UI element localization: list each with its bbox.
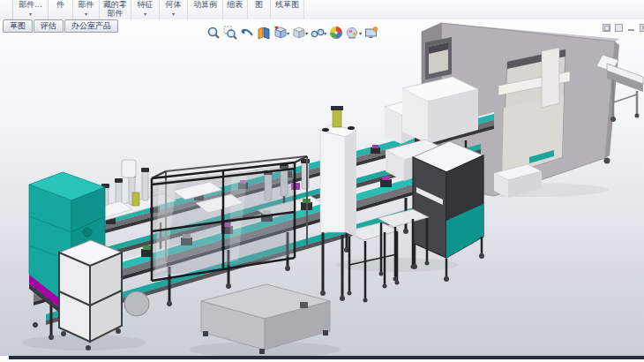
tab-office-products[interactable]: 办公室产品: [64, 19, 118, 33]
dropdown-arrow-icon: ▾: [144, 11, 146, 17]
ribbon-item-label: 何体: [166, 0, 182, 9]
zoom-to-fit-button[interactable]: ▾: [206, 25, 221, 41]
doc-grid-icon[interactable]: [615, 24, 623, 32]
zoom-to-area-button[interactable]: ▾: [222, 25, 237, 41]
ribbon-item-label: 部件...: [19, 0, 42, 9]
section-view-icon: [256, 25, 271, 41]
ribbon-item-assembly-features[interactable]: 特征 ▾: [131, 0, 160, 19]
ribbon-item-bill-of-materials[interactable]: 细表 ▾: [223, 0, 248, 19]
command-manager-ribbon: 部件... ▾ 件 ▾ 部件 ▾ 藏的零 部件 ▾ 特征 ▾ 何体 ▾ 动算例 …: [0, 0, 644, 20]
ribbon-item-label: 件: [56, 0, 64, 9]
safety-cage[interactable]: [152, 156, 307, 281]
document-window-controls: ×: [603, 24, 644, 32]
zoom-to-area-icon: [222, 25, 237, 41]
ribbon-item-explode-line-sketch[interactable]: 线草图 ▾: [271, 0, 304, 19]
hide-show-items-icon: [310, 25, 325, 41]
ribbon-item-label: 动算例: [193, 0, 217, 9]
ribbon-item-label: 图: [255, 0, 263, 9]
ribbon-item-label: 藏的零 部件: [103, 0, 127, 18]
view-orientation-button[interactable]: ▾: [273, 25, 289, 41]
app-window: 部件... ▾ 件 ▾ 部件 ▾ 藏的零 部件 ▾ 特征 ▾ 何体 ▾ 动算例 …: [0, 0, 644, 362]
display-style-icon: [291, 25, 306, 41]
command-manager-tabbar: 草图 评估 办公室产品: [3, 19, 118, 33]
ribbon-item-clipped: [0, 0, 13, 19]
ribbon-item-label: 细表: [228, 0, 243, 9]
ribbon-item-reference-geometry[interactable]: 何体 ▾: [160, 0, 188, 19]
assembly-3d-model[interactable]: [0, 19, 644, 356]
doc-close-icon[interactable]: ×: [640, 24, 644, 32]
ribbon-item-label: 线草图: [275, 0, 299, 9]
view-settings-button[interactable]: ▾: [363, 25, 378, 41]
ribbon-item-show-hidden-components[interactable]: 藏的零 部件 ▾: [100, 0, 131, 19]
white-column-station[interactable]: [320, 106, 356, 301]
section-view-button[interactable]: ▾: [256, 25, 271, 41]
hide-show-items-button[interactable]: ▾: [310, 25, 326, 41]
ribbon-item-insert-component[interactable]: 件 ▾: [49, 0, 73, 19]
ribbon-item-label: 特征: [138, 0, 154, 9]
doc-restore-icon[interactable]: [603, 24, 610, 32]
previous-view-button[interactable]: ▾: [239, 25, 254, 41]
zoom-to-fit-icon: [206, 25, 221, 41]
previous-view-icon: [239, 25, 254, 41]
tab-sketch[interactable]: 草图: [3, 19, 33, 33]
ribbon-item-component[interactable]: 部件 ▾: [73, 0, 100, 19]
apply-scene-icon: [345, 25, 360, 41]
display-style-button[interactable]: ▾: [291, 25, 308, 41]
edit-appearance-button[interactable]: ▾: [328, 25, 343, 41]
ribbon-item-motion-study[interactable]: 动算例 ▾: [188, 0, 223, 19]
heads-up-view-toolbar: ▾ ▾ ▾ ▾ ▾ ▾ ▾ ▾ ▾: [206, 25, 378, 41]
white-cabinet[interactable]: [59, 240, 122, 351]
view-orientation-icon: [273, 25, 288, 41]
ribbon-item-exploded-view[interactable]: 图 ▾: [248, 0, 271, 19]
tab-evaluate[interactable]: 评估: [34, 19, 64, 33]
edit-appearance-icon: [328, 25, 343, 41]
graphics-viewport[interactable]: ▾ ▾ ▾ ▾ ▾ ▾ ▾ ▾ ▾: [0, 19, 644, 356]
dropdown-arrow-icon: ▾: [172, 11, 175, 17]
view-settings-icon: [363, 25, 378, 41]
dropdown-arrow-icon: ▾: [29, 11, 32, 17]
ribbon-item-edit-component[interactable]: 部件... ▾: [13, 0, 49, 19]
doc-minimize-icon[interactable]: [627, 24, 635, 32]
ribbon-item-label: 部件: [79, 0, 94, 9]
apply-scene-button[interactable]: ▾: [345, 25, 362, 41]
dropdown-arrow-icon: ▾: [85, 11, 87, 17]
